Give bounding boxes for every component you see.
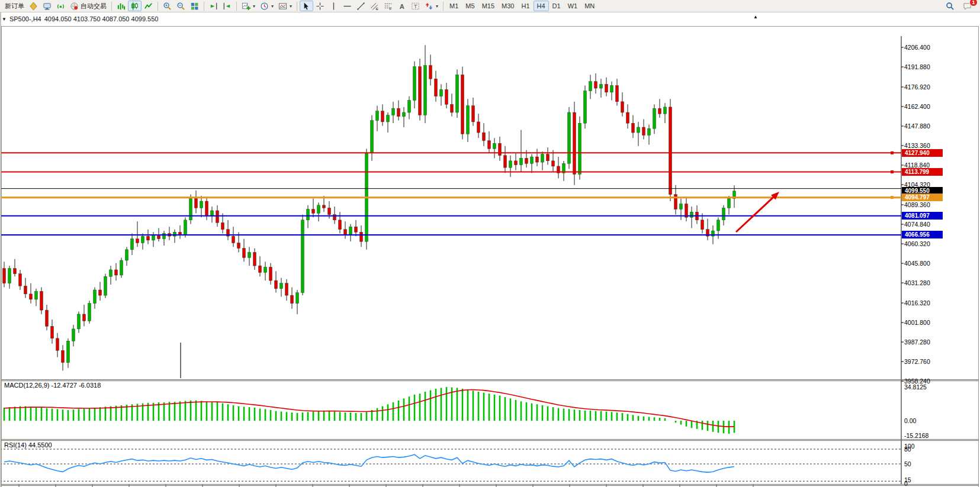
candle-body (642, 127, 645, 136)
terminal-button[interactable] (40, 1, 54, 11)
indicators-button[interactable]: ▾ (239, 1, 258, 11)
auto-scroll-button[interactable] (207, 1, 220, 11)
horizontal-line-button[interactable] (340, 1, 354, 11)
scroll-marker-icon[interactable]: ▲ (753, 14, 758, 20)
candle-body (728, 198, 731, 208)
line-chart-button[interactable] (142, 1, 155, 11)
timeframe-button-H4[interactable]: H4 (534, 1, 549, 11)
bars-icon (117, 2, 126, 11)
crosshair-button[interactable] (313, 1, 327, 11)
label-button[interactable]: T (409, 1, 422, 11)
funnel-button[interactable] (27, 1, 40, 11)
search-button[interactable] (943, 1, 957, 11)
text-button[interactable]: A (395, 1, 409, 11)
candle-body (547, 154, 550, 160)
price-axis-label: 3987.280 (904, 338, 930, 346)
rsi-axis-label: 80 (904, 446, 911, 453)
trendline-button[interactable] (354, 1, 368, 11)
svg-text:A: A (400, 2, 404, 9)
zoom-in-icon (163, 2, 172, 11)
candle-body (600, 84, 603, 88)
timeframe-button-M5[interactable]: M5 (462, 1, 478, 11)
timeframe-button-M1[interactable]: M1 (446, 1, 462, 11)
shift-icon (223, 2, 232, 11)
candle-body (664, 107, 667, 114)
timeframe-button-H1[interactable]: H1 (518, 1, 533, 11)
chart-shift-button[interactable] (220, 1, 234, 11)
new-order-button[interactable]: 新订单 (2, 1, 27, 11)
timeframe-button-M15[interactable]: M15 (478, 1, 498, 11)
price-axis-label: 4176.920 (904, 83, 930, 91)
candle-body (35, 291, 38, 299)
signal-button[interactable] (54, 1, 68, 11)
autoscroll-icon (209, 2, 218, 11)
tiles-icon (190, 2, 199, 11)
candle-body (296, 293, 299, 304)
svg-text:T: T (414, 4, 417, 9)
candle-body (653, 108, 656, 128)
periods-button[interactable]: ▾ (258, 1, 276, 11)
timeframe-button-M30[interactable]: M30 (498, 1, 518, 11)
dropdown-arrow-icon: ▾ (436, 4, 438, 9)
main-toolbar: 新订单自动交易▾▾▾EFAT▾M1M5M15M30H1H4D1W1MN1 (0, 0, 980, 12)
price-axis-label: 4089.360 (904, 201, 930, 208)
chart-window[interactable]: ▼ SP500-,H4 4094.050 4103.750 4087.050 4… (0, 12, 980, 487)
macd-indicator-label: MACD(12,26,9) -12.4727 -6.0318 (4, 382, 101, 389)
candle-body (621, 102, 624, 112)
candle-body (243, 249, 246, 258)
templates-button[interactable]: ▾ (276, 1, 294, 11)
price-tag: 4127.940 (902, 149, 943, 157)
auto-trading-button[interactable]: 自动交易 (68, 1, 109, 11)
macd-axis-label: 0.00 (904, 417, 916, 424)
line-handle-square[interactable] (891, 196, 894, 199)
chart-symbol-period: SP500-,H4 (9, 15, 41, 22)
candle-body (62, 350, 65, 362)
candle-body (355, 227, 358, 232)
candle-body (531, 157, 534, 163)
zoom-out-button[interactable] (174, 1, 188, 11)
fibonacci-button[interactable]: F (381, 1, 395, 11)
line-handle-square[interactable] (891, 170, 894, 173)
price-axis-label: 4001.800 (904, 319, 930, 326)
candle-body (211, 211, 214, 216)
price-tag: 4094.797 (902, 193, 943, 201)
candle-body (264, 267, 267, 272)
candle-body (371, 121, 374, 153)
crosshair-icon (316, 2, 324, 11)
chart-canvas[interactable] (0, 12, 980, 487)
vertical-line-button[interactable] (327, 1, 340, 11)
vline-icon (329, 2, 338, 11)
notifications-button[interactable]: 1 (960, 1, 974, 11)
candle-body (221, 222, 224, 229)
candle-body (142, 236, 144, 243)
channel-button[interactable]: E (368, 1, 381, 11)
cursor-button[interactable] (300, 1, 313, 11)
candle-body (381, 111, 384, 122)
candle-body (307, 209, 310, 220)
candlestick-chart-button[interactable] (128, 1, 142, 11)
candle-body (291, 295, 294, 304)
price-tag: 4113.799 (902, 168, 943, 176)
candle-body (483, 133, 486, 141)
timeframe-button-W1[interactable]: W1 (564, 1, 581, 11)
candle-body (216, 211, 219, 222)
candle-body (104, 276, 107, 295)
timeframe-button-D1[interactable]: D1 (549, 1, 564, 11)
macd-axis-label: 34.8125 (904, 383, 927, 391)
annotation-arrow-shaft[interactable] (736, 196, 774, 232)
candle-body (408, 101, 411, 112)
bar-chart-button[interactable] (114, 1, 128, 11)
linechart-icon (144, 2, 153, 11)
arrows-button[interactable]: ▾ (422, 1, 441, 11)
tile-windows-button[interactable] (188, 1, 201, 11)
candle-body (110, 270, 113, 276)
auto-trading-button-label: 自动交易 (81, 2, 107, 11)
zoom-in-button[interactable] (160, 1, 174, 11)
chevron-down-icon[interactable]: ▼ (2, 17, 7, 22)
line-handle-square[interactable] (891, 151, 894, 154)
search-icon (946, 2, 955, 11)
candle-body (184, 220, 187, 235)
candle-body (515, 161, 518, 165)
cursor-icon (302, 2, 311, 11)
timeframe-button-MN[interactable]: MN (581, 1, 598, 11)
